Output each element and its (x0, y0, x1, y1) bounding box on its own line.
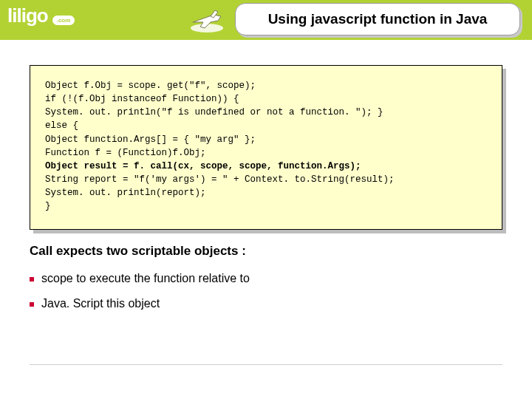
code-line: Object f.Obj = scope. get("f", scope); (45, 81, 256, 91)
list-item: Java. Script this object (30, 297, 502, 310)
bullet-text: Java. Script this object (41, 297, 160, 310)
code-line: Object function.Args[] = { "my arg" }; (45, 134, 256, 145)
body-content: Call expects two scriptable objects : sc… (30, 244, 502, 322)
list-item: scope to execute the function relative t… (30, 272, 502, 285)
code-line: } (45, 201, 51, 211)
brand-logo: liligo .com (7, 4, 75, 27)
code-line: System. out. println("f is undefined or … (45, 107, 383, 117)
bullet-square-icon (30, 302, 34, 307)
code-line-bold: Object result = f. call(cx, scope, scope… (45, 161, 361, 171)
brand-name: liligo (7, 4, 48, 27)
code-line: System. out. println(report); (45, 188, 206, 198)
code-line: else { (45, 120, 78, 131)
code-line: String report = "f('my args') = " + Cont… (45, 174, 395, 185)
subheading: Call expects two scriptable objects : (30, 244, 502, 259)
bullet-text: scope to execute the function relative t… (41, 272, 250, 285)
slide-title: Using javascript function in Java (268, 11, 488, 27)
code-content: Object f.Obj = scope. get("f", scope); i… (45, 79, 487, 213)
slide-title-pill: Using javascript function in Java (235, 3, 520, 35)
code-line: Function f = (Function)f.Obj; (45, 148, 206, 158)
bullet-square-icon (30, 277, 34, 282)
brand-suffix: .com (52, 16, 75, 25)
airplane-icon (188, 6, 225, 34)
code-block: Object f.Obj = scope. get("f", scope); i… (30, 65, 502, 230)
footer-divider (30, 364, 502, 365)
code-line: if (!(f.Obj instanceof Function)) { (45, 94, 239, 104)
